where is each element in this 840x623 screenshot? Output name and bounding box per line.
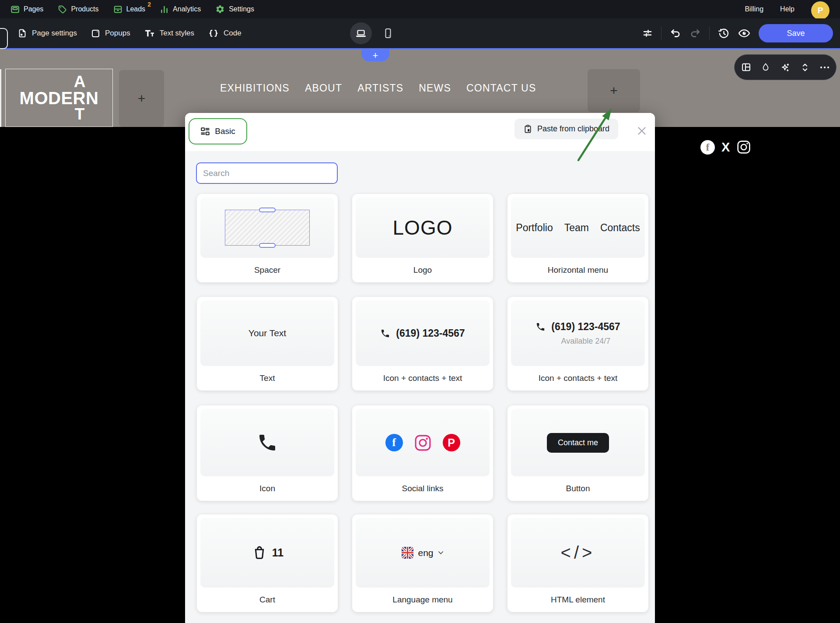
sparkle-icon[interactable] (780, 62, 791, 73)
tag-icon (58, 5, 67, 14)
code-button[interactable]: Code (208, 28, 242, 38)
add-widget-slot-left[interactable]: + (119, 70, 164, 127)
nav-contact-us[interactable]: CONTACT US (466, 82, 536, 94)
facebook-icon[interactable]: f (700, 140, 715, 155)
widget-card-html[interactable]: </> HTML element (508, 514, 648, 612)
page-settings-label: Page settings (32, 29, 77, 38)
page-settings-button[interactable]: Page settings (18, 28, 77, 38)
edge-highlight (0, 69, 1, 127)
cart-count: 11 (272, 546, 284, 559)
search-input[interactable] (196, 162, 338, 184)
preview-button[interactable] (738, 27, 750, 39)
more-options-icon[interactable] (819, 66, 830, 69)
widget-card-language-menu[interactable]: eng Language menu (352, 514, 493, 612)
text-preview-text: Your Text (248, 328, 286, 338)
site-social-links: f X (700, 140, 751, 155)
widget-card-logo[interactable]: LOGO Logo (352, 194, 493, 282)
paste-from-clipboard-button[interactable]: Paste from clipboard (514, 119, 618, 139)
left-panel-tab[interactable] (0, 28, 8, 49)
pages-icon (10, 5, 20, 14)
nav-pages-label: Pages (24, 5, 43, 13)
add-section-button[interactable]: + (361, 49, 389, 61)
clipboard-icon (523, 124, 532, 134)
phone-icon (257, 432, 278, 453)
text-preview: Your Text (200, 300, 334, 366)
nav-artists[interactable]: ARTISTS (357, 82, 403, 94)
phone-icon (536, 322, 546, 332)
category-basic-button[interactable]: Basic (189, 118, 247, 144)
popups-button[interactable]: Popups (91, 29, 130, 38)
spacer-preview (200, 197, 334, 258)
widget-picker-modal: Basic Paste from clipboard (185, 113, 655, 623)
display-settings-button[interactable] (642, 28, 653, 39)
topbar-right: Billing Help P (745, 0, 830, 20)
close-icon[interactable] (636, 125, 648, 137)
widget-card-button[interactable]: Contact me Button (508, 405, 648, 501)
nav-leads-label: Leads (126, 5, 146, 13)
spacer-handle-top (259, 208, 276, 212)
widget-card-contacts-text[interactable]: (619) 123-4567 Available 24/7 Icon + con… (508, 297, 648, 391)
facebook-icon: f (385, 434, 403, 451)
gear-icon (215, 4, 225, 14)
html-preview: </> (511, 518, 645, 588)
nav-settings[interactable]: Settings (215, 4, 254, 14)
popups-label: Popups (105, 29, 130, 38)
reorder-icon[interactable] (801, 62, 809, 73)
leads-badge: 2 (147, 1, 151, 8)
chevron-down-icon (438, 551, 444, 555)
mobile-view-button[interactable] (377, 22, 399, 44)
basic-category-icon (200, 127, 210, 136)
admin-topbar: Pages Products Leads 2 Anal (0, 0, 840, 18)
nav-about[interactable]: ABOUT (305, 82, 342, 94)
droplet-icon[interactable] (761, 63, 770, 72)
uk-flag-icon (402, 547, 413, 559)
site-logo[interactable]: A MODERN T (5, 69, 113, 127)
nav-leads[interactable]: Leads 2 (113, 5, 146, 14)
card-label: Social links (352, 476, 493, 501)
hmenu-item: Team (564, 222, 589, 234)
divider (709, 27, 710, 40)
nav-pages[interactable]: Pages (10, 5, 43, 14)
widget-card-social-links[interactable]: f P Social links (352, 405, 493, 501)
page-settings-icon (18, 28, 27, 38)
history-button[interactable] (718, 28, 730, 39)
widget-card-text[interactable]: Your Text Text (197, 297, 338, 391)
hmenu-item: Portfolio (516, 222, 553, 234)
cart-preview: 11 (200, 518, 334, 588)
logo-letter-t: T (75, 106, 85, 122)
layout-icon[interactable] (741, 62, 751, 72)
text-styles-button[interactable]: Text styles (144, 28, 194, 38)
undo-button[interactable] (670, 28, 681, 39)
nav-exhibitions[interactable]: EXHIBITIONS (220, 82, 290, 94)
bar-chart-icon (160, 5, 169, 14)
billing-link[interactable]: Billing (745, 5, 763, 13)
widget-card-horizontal-menu[interactable]: Portfolio Team Contacts Horizontal menu (508, 194, 648, 282)
phone-icon (380, 328, 390, 338)
user-avatar[interactable]: P (811, 1, 830, 20)
contact-me-button: Contact me (547, 433, 609, 453)
nav-news[interactable]: NEWS (419, 82, 451, 94)
widget-card-spacer[interactable]: Spacer (197, 194, 338, 282)
section-insert-line (0, 48, 840, 49)
text-styles-icon (144, 28, 155, 38)
logo-preview: LOGO (356, 197, 490, 258)
x-twitter-icon[interactable]: X (721, 140, 730, 155)
redo-button[interactable] (690, 28, 701, 39)
nav-analytics[interactable]: Analytics (160, 5, 201, 14)
widget-card-icon[interactable]: Icon (197, 405, 338, 501)
spacer-handle-bottom (259, 243, 276, 248)
text-styles-label: Text styles (160, 29, 194, 38)
card-label: Horizontal menu (508, 258, 648, 282)
toolbar-right: Save (642, 18, 833, 48)
widget-card-contacts[interactable]: (619) 123-4567 Icon + contacts + text (352, 297, 493, 391)
add-widget-slot-right[interactable]: + (588, 69, 640, 112)
phone-number: (619) 123-4567 (396, 327, 465, 339)
instagram-icon[interactable] (736, 140, 751, 155)
section-toolbar (734, 54, 836, 80)
help-link[interactable]: Help (780, 5, 794, 13)
nav-products[interactable]: Products (58, 5, 98, 14)
card-label: Button (508, 476, 648, 501)
widget-card-cart[interactable]: 11 Cart (197, 514, 338, 612)
desktop-view-button[interactable] (350, 22, 372, 44)
save-button[interactable]: Save (759, 24, 833, 42)
